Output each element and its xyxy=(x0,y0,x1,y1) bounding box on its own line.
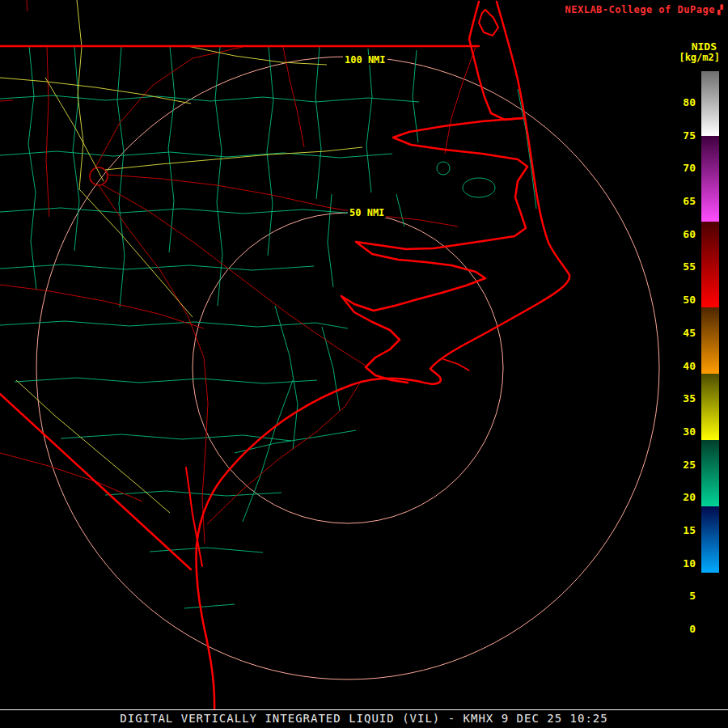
colorbar-tick-80: 80 xyxy=(660,96,696,109)
colorbar-segment-gray-white xyxy=(701,71,719,136)
primary-highways xyxy=(0,0,362,513)
colorbar-tick-75: 75 xyxy=(660,129,696,142)
radar-display: NEXLAB-College of DuPage▞ NIDS [kg/m2] 8… xyxy=(0,0,728,728)
colorbar-segment-yellow xyxy=(701,374,719,440)
attribution-text: NEXLAB-College of DuPage xyxy=(565,4,714,15)
colorbar-tick-25: 25 xyxy=(660,459,696,472)
colorbar-tick-5: 5 xyxy=(660,590,696,603)
colorbar-tick-15: 15 xyxy=(660,524,696,537)
lake-outline xyxy=(437,162,450,175)
coastline xyxy=(0,2,569,710)
product-caption: DIGITAL VERTICALLY INTEGRATED LIQUID (VI… xyxy=(0,712,728,725)
range-ring-label-50: 50 NMI xyxy=(348,208,386,218)
range-ring-label-100: 100 NMI xyxy=(343,55,387,65)
county-boundaries xyxy=(0,46,536,608)
range-ring-50nmi xyxy=(193,213,503,523)
pamlico-neuse-shore xyxy=(341,167,527,383)
colorbar-tick-30: 30 xyxy=(660,425,696,438)
colorbar-tick-40: 40 xyxy=(660,360,696,373)
lake-outline xyxy=(463,178,495,197)
outer-banks xyxy=(421,2,569,384)
colorbar xyxy=(701,71,719,647)
colorbar-title: NIDS xyxy=(692,40,717,53)
colorbar-tick-20: 20 xyxy=(660,491,696,504)
colorbar-tick-70: 70 xyxy=(660,162,696,175)
back-sound-islands xyxy=(443,359,469,370)
range-ring-100nmi xyxy=(36,57,659,679)
colorbar-segment-teal xyxy=(701,440,719,506)
colorbar-segment-blue xyxy=(701,506,719,573)
range-rings xyxy=(36,57,659,679)
currituck-shore xyxy=(469,2,523,120)
south-coast xyxy=(196,379,421,710)
colorbar-units: [kg/m2] xyxy=(679,52,720,63)
attribution: NEXLAB-College of DuPage▞ xyxy=(565,4,723,15)
colorbar-segment-magenta xyxy=(701,136,719,222)
beltway-loop xyxy=(90,167,108,185)
colorbar-tick-45: 45 xyxy=(660,327,696,340)
colorbar-tick-55: 55 xyxy=(660,260,696,273)
cape-fear-river xyxy=(186,468,202,566)
colorbar-tick-0: 0 xyxy=(660,623,696,636)
colorbar-segment-orange xyxy=(701,307,719,374)
colorbar-tick-65: 65 xyxy=(660,195,696,208)
albemarle-sound-shore xyxy=(393,118,527,167)
state-border-south xyxy=(0,394,191,569)
colorbar-segment-black xyxy=(701,573,719,647)
coastal-island xyxy=(479,10,498,36)
colorbar-segment-red xyxy=(701,222,719,307)
secondary-roads xyxy=(0,0,476,544)
map-canvas xyxy=(0,0,728,710)
colorbar-tick-10: 10 xyxy=(660,557,696,570)
divider-line xyxy=(0,709,728,710)
colorbar-tick-35: 35 xyxy=(660,392,696,405)
colorbar-tick-50: 50 xyxy=(660,294,696,307)
colorbar-tick-60: 60 xyxy=(660,228,696,241)
cod-logo-icon: ▞ xyxy=(717,5,723,15)
